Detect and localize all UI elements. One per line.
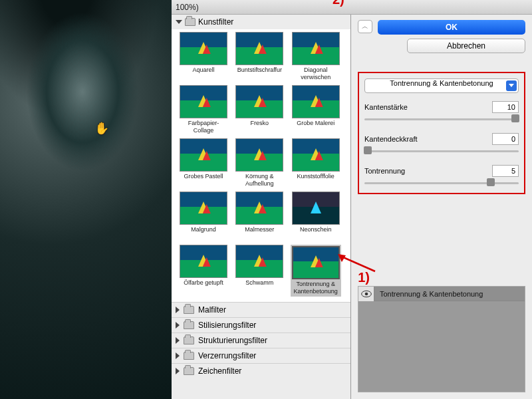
folder-icon xyxy=(184,352,194,360)
slider-label: Kantenstärke xyxy=(364,103,408,111)
folder-icon xyxy=(184,336,194,344)
effect-layers-panel: Tontrennung & Kantenbetonung xyxy=(358,286,525,392)
category-label: Kunstfilter xyxy=(198,17,233,27)
cancel-button[interactable]: Abbrechen xyxy=(407,39,525,53)
filter-select[interactable]: Tontrennung & Kantenbetonung xyxy=(364,78,519,93)
filter-gallery-panel: Kunstfilter Aquarell Buntstiftschraffur … xyxy=(172,15,351,399)
filter-thumb[interactable]: Ölfarbe getupft xyxy=(178,245,229,297)
category-verzerrungsfilter[interactable]: Verzerrungsfilter xyxy=(172,348,350,363)
disclosure-down-icon xyxy=(176,20,182,24)
posterization-input[interactable] xyxy=(492,165,519,177)
filter-thumb[interactable]: Grobe Malerei xyxy=(291,85,341,134)
slider-edge-thickness: Kantenstärke xyxy=(364,101,519,124)
filter-thumb[interactable]: Fresko xyxy=(234,85,285,134)
category-malfilter[interactable]: Malfilter xyxy=(172,302,350,317)
folder-icon xyxy=(184,306,194,314)
filter-preview[interactable]: ✋ xyxy=(0,0,172,399)
edge-thickness-track[interactable] xyxy=(364,116,519,124)
slider-label: Tontrennung xyxy=(364,167,405,175)
filter-thumb[interactable]: Körnung & Aufhellung xyxy=(234,138,285,188)
filter-thumb[interactable]: Neonschein xyxy=(291,192,341,241)
edge-intensity-input[interactable] xyxy=(492,133,519,145)
filter-options-box: Tontrennung & Kantenbetonung Kantenstärk… xyxy=(358,72,525,194)
chevron-up-icon: ︿ xyxy=(362,22,368,31)
annotation-2: 2) xyxy=(332,0,344,7)
filter-select-label: Tontrennung & Kantenbetonung xyxy=(390,79,493,87)
ok-button[interactable]: OK xyxy=(378,20,525,35)
category-kunstfilter[interactable]: Kunstfilter xyxy=(172,15,350,29)
folder-icon xyxy=(184,367,194,375)
filter-thumb[interactable]: Diagonal verwischen xyxy=(291,32,341,81)
filter-thumb[interactable]: Buntstiftschraffur xyxy=(234,32,285,81)
visibility-toggle[interactable] xyxy=(358,287,374,301)
filter-thumb[interactable]: Aquarell xyxy=(178,32,229,81)
slider-label: Kantendeckkraft xyxy=(364,135,418,143)
folder-icon xyxy=(185,18,196,26)
filter-thumb[interactable]: Malgrund xyxy=(178,192,229,241)
filter-thumb[interactable]: Malmesser xyxy=(234,192,285,241)
chevron-down-icon xyxy=(506,80,517,91)
hand-cursor-icon: ✋ xyxy=(94,121,109,136)
edge-thickness-input[interactable] xyxy=(492,101,519,113)
filter-thumb-selected[interactable]: Tontrennung & Kantenbetonung xyxy=(291,245,341,297)
disclosure-right-icon xyxy=(176,307,180,313)
annotation-1: 1) xyxy=(358,270,370,285)
folder-icon xyxy=(184,321,194,329)
disclosure-right-icon xyxy=(176,337,180,344)
slider-posterization: Tontrennung xyxy=(364,165,519,188)
disclosure-right-icon xyxy=(176,322,180,329)
effect-layer-row[interactable]: Tontrennung & Kantenbetonung xyxy=(358,287,525,301)
disclosure-right-icon xyxy=(176,368,180,374)
filter-thumb-grid: Aquarell Buntstiftschraffur Diagonal ver… xyxy=(172,29,350,302)
filter-thumb[interactable]: Kunststofffolie xyxy=(291,138,341,188)
svg-point-1 xyxy=(364,292,368,295)
filter-thumb[interactable]: Grobes Pastell xyxy=(178,138,229,188)
collapse-button[interactable]: ︿ xyxy=(358,20,372,33)
filter-thumb[interactable]: Farbpapier-Collage xyxy=(178,85,229,134)
effect-layer-name: Tontrennung & Kantenbetonung xyxy=(374,287,525,301)
posterization-track[interactable] xyxy=(364,180,519,188)
filter-thumb[interactable]: Schwamm xyxy=(234,245,285,297)
category-stilisierungsfilter[interactable]: Stilisierungsfilter xyxy=(172,317,350,332)
filter-controls-panel: ︿ OK Abbrechen 2) Tontrennung & Kantenbe… xyxy=(351,15,532,399)
slider-edge-intensity: Kantendeckkraft xyxy=(364,133,519,156)
window-title: 100%) xyxy=(172,0,532,15)
disclosure-right-icon xyxy=(176,352,180,359)
category-strukturierungsfilter[interactable]: Strukturierungsfilter xyxy=(172,332,350,348)
category-zeichenfilter[interactable]: Zeichenfilter xyxy=(172,363,350,378)
edge-intensity-track[interactable] xyxy=(364,148,519,156)
eye-icon xyxy=(361,290,372,298)
